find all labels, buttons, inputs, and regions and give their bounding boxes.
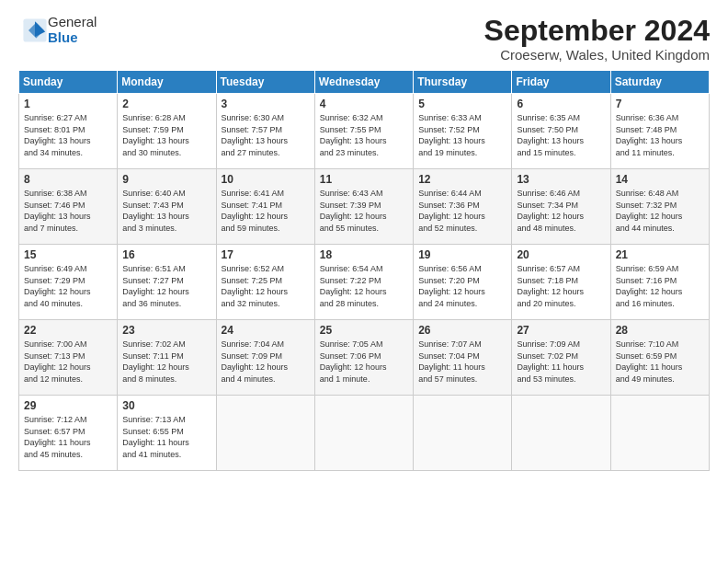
day-number: 4 (320, 98, 408, 110)
col-tuesday: Tuesday (216, 71, 314, 94)
day-number: 2 (122, 98, 210, 110)
col-wednesday: Wednesday (314, 71, 413, 94)
day-info: Sunrise: 6:48 AMSunset: 7:32 PMDaylight:… (616, 188, 704, 234)
calendar-header-row: Sunday Monday Tuesday Wednesday Thursday… (19, 71, 710, 94)
day-info: Sunrise: 6:51 AMSunset: 7:27 PMDaylight:… (122, 263, 210, 309)
table-row: 18Sunrise: 6:54 AMSunset: 7:22 PMDayligh… (314, 245, 413, 320)
table-row: 30Sunrise: 7:13 AMSunset: 6:55 PMDayligh… (118, 396, 216, 471)
day-number: 6 (517, 98, 605, 110)
day-info: Sunrise: 6:46 AMSunset: 7:34 PMDaylight:… (517, 188, 605, 234)
day-number: 20 (517, 248, 605, 261)
day-number: 5 (418, 98, 506, 110)
day-info: Sunrise: 6:54 AMSunset: 7:22 PMDaylight:… (320, 263, 408, 309)
table-row: 23Sunrise: 7:02 AMSunset: 7:11 PMDayligh… (118, 320, 216, 396)
table-row: 16Sunrise: 6:51 AMSunset: 7:27 PMDayligh… (118, 245, 216, 320)
table-row: 3Sunrise: 6:30 AMSunset: 7:57 PMDaylight… (216, 94, 314, 169)
day-number: 13 (517, 173, 605, 186)
table-row: 5Sunrise: 6:33 AMSunset: 7:52 PMDaylight… (414, 94, 512, 169)
logo-general: General (48, 15, 97, 30)
day-info: Sunrise: 7:10 AMSunset: 6:59 PMDaylight:… (616, 339, 704, 385)
day-number: 29 (24, 399, 112, 412)
day-info: Sunrise: 7:00 AMSunset: 7:13 PMDaylight:… (24, 339, 112, 385)
table-row: 6Sunrise: 6:35 AMSunset: 7:50 PMDaylight… (512, 94, 610, 169)
day-info: Sunrise: 7:13 AMSunset: 6:55 PMDaylight:… (122, 414, 210, 460)
day-number: 22 (24, 324, 112, 337)
table-row: 29Sunrise: 7:12 AMSunset: 6:57 PMDayligh… (19, 396, 118, 471)
day-number: 30 (122, 399, 210, 412)
day-number: 24 (222, 324, 310, 337)
day-number: 27 (517, 324, 605, 337)
logo-text: General Blue (48, 15, 97, 45)
table-row: 26Sunrise: 7:07 AMSunset: 7:04 PMDayligh… (414, 320, 512, 396)
day-number: 15 (24, 248, 112, 261)
table-row: 2Sunrise: 6:28 AMSunset: 7:59 PMDaylight… (118, 94, 216, 169)
table-row (216, 396, 314, 471)
day-info: Sunrise: 6:41 AMSunset: 7:41 PMDaylight:… (222, 188, 310, 234)
table-row: 27Sunrise: 7:09 AMSunset: 7:02 PMDayligh… (512, 320, 610, 396)
table-row: 1Sunrise: 6:27 AMSunset: 8:01 PMDaylight… (19, 94, 118, 169)
day-info: Sunrise: 6:49 AMSunset: 7:29 PMDaylight:… (24, 263, 112, 309)
day-info: Sunrise: 6:33 AMSunset: 7:52 PMDaylight:… (418, 112, 506, 158)
day-info: Sunrise: 7:09 AMSunset: 7:02 PMDaylight:… (517, 339, 605, 385)
day-info: Sunrise: 6:27 AMSunset: 8:01 PMDaylight:… (24, 112, 112, 158)
day-number: 12 (418, 173, 506, 186)
calendar-week-1: 1Sunrise: 6:27 AMSunset: 8:01 PMDaylight… (19, 94, 710, 169)
calendar: Sunday Monday Tuesday Wednesday Thursday… (18, 70, 710, 471)
day-info: Sunrise: 6:59 AMSunset: 7:16 PMDaylight:… (616, 263, 704, 309)
day-info: Sunrise: 6:44 AMSunset: 7:36 PMDaylight:… (418, 188, 506, 234)
table-row: 21Sunrise: 6:59 AMSunset: 7:16 PMDayligh… (610, 245, 709, 320)
table-row: 24Sunrise: 7:04 AMSunset: 7:09 PMDayligh… (216, 320, 314, 396)
day-info: Sunrise: 7:12 AMSunset: 6:57 PMDaylight:… (24, 414, 112, 460)
day-info: Sunrise: 7:02 AMSunset: 7:11 PMDaylight:… (122, 339, 210, 385)
table-row (610, 396, 709, 471)
day-number: 14 (616, 173, 704, 186)
day-number: 9 (122, 173, 210, 186)
day-number: 26 (418, 324, 506, 337)
logo: General Blue (18, 15, 97, 45)
page: General Blue September 2024 Croeserw, Wa… (0, 0, 728, 563)
calendar-week-5: 29Sunrise: 7:12 AMSunset: 6:57 PMDayligh… (19, 396, 710, 471)
day-info: Sunrise: 6:38 AMSunset: 7:46 PMDaylight:… (24, 188, 112, 234)
day-info: Sunrise: 6:52 AMSunset: 7:25 PMDaylight:… (222, 263, 310, 309)
day-info: Sunrise: 7:04 AMSunset: 7:09 PMDaylight:… (222, 339, 310, 385)
location: Croeserw, Wales, United Kingdom (484, 47, 710, 63)
month-title: September 2024 (484, 15, 710, 47)
col-monday: Monday (118, 71, 216, 94)
day-number: 16 (122, 248, 210, 261)
logo-icon (22, 17, 48, 43)
calendar-week-3: 15Sunrise: 6:49 AMSunset: 7:29 PMDayligh… (19, 245, 710, 320)
table-row: 14Sunrise: 6:48 AMSunset: 7:32 PMDayligh… (610, 169, 709, 245)
day-number: 28 (616, 324, 704, 337)
day-info: Sunrise: 6:40 AMSunset: 7:43 PMDaylight:… (122, 188, 210, 234)
col-sunday: Sunday (19, 71, 118, 94)
day-info: Sunrise: 6:35 AMSunset: 7:50 PMDaylight:… (517, 112, 605, 158)
day-info: Sunrise: 6:56 AMSunset: 7:20 PMDaylight:… (418, 263, 506, 309)
title-area: September 2024 Croeserw, Wales, United K… (484, 15, 710, 63)
day-number: 10 (222, 173, 310, 186)
table-row: 20Sunrise: 6:57 AMSunset: 7:18 PMDayligh… (512, 245, 610, 320)
table-row (414, 396, 512, 471)
day-info: Sunrise: 6:28 AMSunset: 7:59 PMDaylight:… (122, 112, 210, 158)
day-number: 3 (222, 98, 310, 110)
table-row: 11Sunrise: 6:43 AMSunset: 7:39 PMDayligh… (314, 169, 413, 245)
day-info: Sunrise: 6:30 AMSunset: 7:57 PMDaylight:… (222, 112, 310, 158)
table-row: 9Sunrise: 6:40 AMSunset: 7:43 PMDaylight… (118, 169, 216, 245)
day-number: 21 (616, 248, 704, 261)
day-info: Sunrise: 6:32 AMSunset: 7:55 PMDaylight:… (320, 112, 408, 158)
day-info: Sunrise: 7:05 AMSunset: 7:06 PMDaylight:… (320, 339, 408, 385)
table-row: 13Sunrise: 6:46 AMSunset: 7:34 PMDayligh… (512, 169, 610, 245)
col-friday: Friday (512, 71, 610, 94)
day-number: 1 (24, 98, 112, 110)
calendar-week-4: 22Sunrise: 7:00 AMSunset: 7:13 PMDayligh… (19, 320, 710, 396)
calendar-week-2: 8Sunrise: 6:38 AMSunset: 7:46 PMDaylight… (19, 169, 710, 245)
day-info: Sunrise: 7:07 AMSunset: 7:04 PMDaylight:… (418, 339, 506, 385)
table-row: 15Sunrise: 6:49 AMSunset: 7:29 PMDayligh… (19, 245, 118, 320)
day-info: Sunrise: 6:57 AMSunset: 7:18 PMDaylight:… (517, 263, 605, 309)
table-row: 19Sunrise: 6:56 AMSunset: 7:20 PMDayligh… (414, 245, 512, 320)
day-info: Sunrise: 6:43 AMSunset: 7:39 PMDaylight:… (320, 188, 408, 234)
table-row (512, 396, 610, 471)
table-row (314, 396, 413, 471)
table-row: 25Sunrise: 7:05 AMSunset: 7:06 PMDayligh… (314, 320, 413, 396)
table-row: 28Sunrise: 7:10 AMSunset: 6:59 PMDayligh… (610, 320, 709, 396)
day-number: 23 (122, 324, 210, 337)
